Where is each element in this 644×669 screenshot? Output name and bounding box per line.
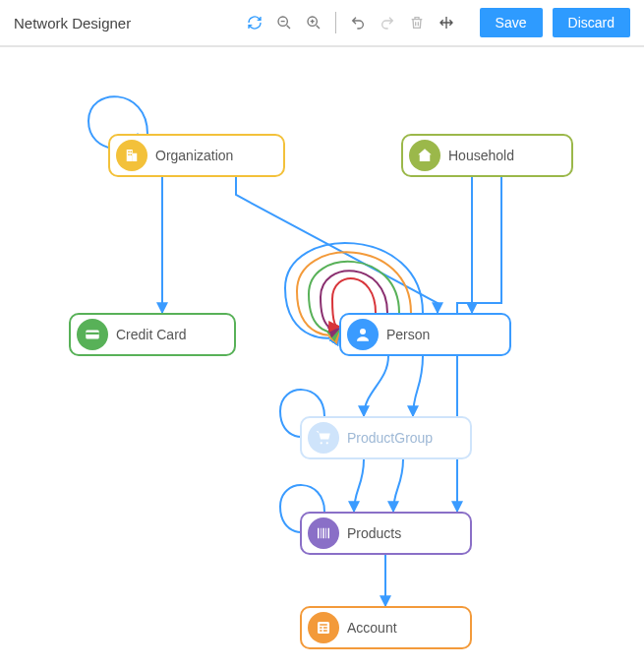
node-label: Products: [347, 525, 401, 541]
building-icon: [116, 140, 147, 171]
node-organization[interactable]: Organization: [108, 134, 285, 177]
svg-rect-13: [318, 528, 320, 539]
svg-rect-4: [128, 152, 130, 153]
zoom-out-icon[interactable]: [276, 15, 292, 30]
zoom-in-icon[interactable]: [306, 15, 322, 30]
node-person[interactable]: Person: [339, 313, 511, 356]
node-label: Account: [347, 620, 397, 636]
svg-rect-22: [320, 630, 322, 632]
diagram-canvas[interactable]: Organization Household Credit Card Perso…: [0, 47, 644, 669]
save-button[interactable]: Save: [480, 8, 543, 37]
svg-rect-3: [133, 153, 138, 161]
discard-button[interactable]: Discard: [553, 8, 630, 37]
svg-rect-21: [323, 627, 327, 629]
svg-rect-14: [321, 528, 322, 539]
barcode-icon: [308, 517, 339, 549]
node-label: Credit Card: [116, 327, 187, 342]
node-account[interactable]: Account: [300, 606, 472, 649]
svg-rect-7: [131, 154, 133, 156]
node-label: ProductGroup: [347, 430, 433, 446]
undo-icon[interactable]: [350, 15, 366, 30]
home-icon: [409, 140, 440, 171]
node-label: Organization: [155, 148, 233, 163]
node-product-group[interactable]: ProductGroup: [300, 416, 472, 459]
node-household[interactable]: Household: [401, 134, 573, 177]
person-icon: [347, 319, 379, 350]
toolbar: Network Designer Save Discard: [0, 0, 644, 47]
svg-point-12: [326, 442, 328, 444]
node-label: Person: [386, 327, 430, 342]
svg-rect-17: [328, 528, 330, 539]
refresh-icon[interactable]: [247, 15, 263, 30]
svg-rect-23: [323, 630, 327, 632]
toolbar-divider: [335, 12, 336, 33]
svg-rect-15: [322, 528, 324, 539]
svg-rect-20: [320, 627, 322, 629]
svg-point-11: [321, 442, 322, 444]
cart-icon: [308, 422, 339, 454]
tool-icons: [247, 12, 454, 33]
delete-icon[interactable]: [409, 15, 425, 30]
fit-icon[interactable]: [439, 15, 454, 30]
svg-rect-19: [320, 624, 327, 626]
redo-icon[interactable]: [380, 15, 395, 30]
page-title: Network Designer: [14, 15, 131, 31]
svg-rect-5: [131, 152, 133, 153]
node-credit-card[interactable]: Credit Card: [69, 313, 236, 356]
node-label: Household: [448, 148, 514, 163]
node-products[interactable]: Products: [300, 512, 472, 555]
svg-point-10: [360, 329, 366, 334]
card-icon: [77, 319, 108, 350]
svg-rect-9: [86, 333, 99, 334]
svg-rect-6: [128, 154, 130, 156]
ledger-icon: [308, 612, 339, 643]
svg-rect-16: [325, 528, 326, 539]
